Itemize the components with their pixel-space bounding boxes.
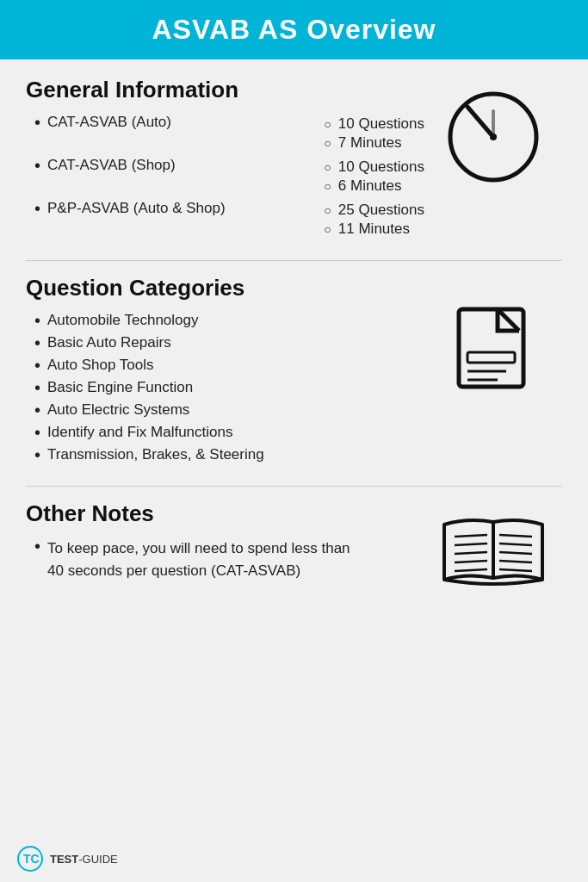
page-title: ASVAB AS Overview	[17, 14, 571, 46]
list-item: 10 Questions	[324, 158, 424, 176]
general-information-section: General Information CAT-ASVAB (Auto) 10 …	[26, 77, 562, 243]
svg-line-16	[499, 543, 532, 545]
brand-regular: -GUIDE	[78, 853, 118, 866]
svg-line-12	[455, 552, 487, 554]
list-item: Auto Shop Tools	[34, 357, 433, 376]
list-item: CAT-ASVAB (Auto) 10 Questions 7 Minutes	[34, 114, 424, 153]
svg-line-15	[499, 535, 532, 537]
list-item: Basic Engine Function	[34, 379, 433, 398]
list-item: CAT-ASVAB (Shop) 10 Questions 6 Minutes	[34, 157, 424, 196]
svg-line-19	[499, 569, 532, 571]
pnp-sublist: 25 Questions 11 Minutes	[303, 202, 424, 239]
page-header: ASVAB AS Overview	[0, 0, 588, 59]
other-notes-title: Other Notes	[26, 500, 353, 527]
other-notes-section: Other Notes To keep pace, you will need …	[26, 500, 562, 595]
svg-line-17	[499, 552, 532, 554]
cat-shop-label: CAT-ASVAB (Shop)	[47, 157, 303, 174]
list-item: 10 Questions	[324, 115, 424, 133]
footer-brand-text: TEST-GUIDE	[50, 853, 118, 866]
document-icon-area	[433, 275, 562, 469]
footer: TC TEST-GUIDE	[0, 835, 588, 882]
list-item: P&P-ASVAB (Auto & Shop) 25 Questions 11 …	[34, 200, 424, 239]
svg-rect-6	[467, 352, 515, 363]
question-categories-section: Question Categories Automobile Technolog…	[26, 275, 562, 469]
list-item: 25 Questions	[324, 202, 424, 219]
list-item: Automobile Technology	[34, 312, 433, 331]
list-item: Identify and Fix Malfunctions	[34, 424, 433, 443]
list-item: 6 Minutes	[324, 177, 424, 195]
book-icon	[437, 509, 549, 595]
main-content: General Information CAT-ASVAB (Auto) 10 …	[0, 59, 588, 835]
svg-point-3	[490, 134, 497, 140]
svg-line-10	[455, 535, 487, 537]
notes-list: To keep pace, you will need to spend les…	[26, 537, 353, 581]
pnp-label: P&P-ASVAB (Auto & Shop)	[47, 200, 303, 217]
clock-icon	[442, 85, 545, 189]
list-item: Transmission, Brakes, & Steering	[34, 446, 433, 465]
general-info-list: CAT-ASVAB (Auto) 10 Questions 7 Minutes …	[26, 114, 424, 239]
svg-text:TC: TC	[23, 852, 40, 866]
svg-line-11	[455, 543, 487, 545]
cat-auto-sublist: 10 Questions 7 Minutes	[303, 115, 424, 153]
svg-line-14	[455, 569, 487, 571]
categories-list: Automobile Technology Basic Auto Repairs…	[26, 312, 433, 465]
divider-2	[26, 486, 562, 487]
brand-bold: TEST	[50, 853, 78, 866]
document-icon	[450, 301, 545, 413]
svg-line-13	[455, 561, 487, 562]
brand-logo: TC	[17, 846, 43, 872]
logo-icon: TC	[17, 846, 43, 872]
svg-line-5	[498, 309, 519, 331]
book-icon-area	[424, 500, 562, 595]
cat-shop-sublist: 10 Questions 6 Minutes	[303, 158, 424, 196]
categories-title: Question Categories	[26, 275, 433, 301]
list-item: Auto Electric Systems	[34, 401, 433, 420]
list-item: Basic Auto Repairs	[34, 334, 433, 353]
list-item: 7 Minutes	[324, 134, 424, 152]
clock-icon-area	[424, 77, 562, 243]
svg-line-1	[467, 107, 493, 137]
list-item: 11 Minutes	[324, 220, 424, 238]
cat-auto-label: CAT-ASVAB (Auto)	[47, 114, 303, 131]
svg-rect-4	[459, 309, 523, 387]
list-item: To keep pace, you will need to spend les…	[34, 537, 353, 581]
svg-line-18	[499, 561, 532, 562]
divider-1	[26, 260, 562, 261]
general-info-title: General Information	[26, 77, 424, 103]
